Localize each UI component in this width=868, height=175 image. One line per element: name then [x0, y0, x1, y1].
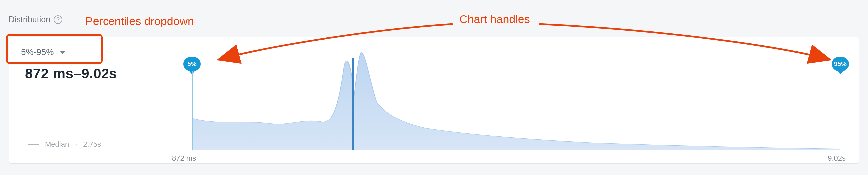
panel-title: Distribution — [9, 15, 50, 24]
median-separator: · — [75, 140, 77, 149]
range-value: 872 ms–9.02s — [25, 66, 117, 82]
handle-right-label: 95% — [834, 60, 847, 68]
percentile-guide-left — [192, 71, 193, 150]
chevron-down-icon — [60, 51, 66, 54]
annotation-percentiles-dropdown: Percentiles dropdown — [85, 15, 194, 28]
median-legend: Median · 2.75s — [28, 140, 101, 149]
median-label: Median — [45, 140, 69, 149]
distribution-chart[interactable]: 5% 95% 872 ms 9.02s — [192, 44, 840, 150]
distribution-density-plot — [192, 44, 840, 150]
percentile-guide-right — [840, 71, 840, 150]
median-line-icon — [28, 144, 39, 145]
handle-left-label: 5% — [187, 60, 196, 68]
median-value: 2.75s — [83, 140, 101, 149]
annotation-chart-handles: Chart handles — [459, 13, 530, 26]
percentile-handle-left[interactable]: 5% — [183, 57, 201, 71]
help-icon[interactable]: ? — [54, 15, 62, 24]
percentile-handle-right[interactable]: 95% — [832, 57, 849, 71]
panel-header: Distribution ? — [9, 15, 62, 24]
percentile-dropdown-label: 5%-95% — [21, 47, 54, 57]
distribution-card: 5%-95% 872 ms–9.02s Median · 2.75s 5% — [9, 37, 859, 164]
axis-label-min: 872 ms — [172, 154, 196, 162]
axis-label-max: 9.02s — [828, 154, 846, 162]
percentile-dropdown[interactable]: 5%-95% — [21, 47, 66, 57]
